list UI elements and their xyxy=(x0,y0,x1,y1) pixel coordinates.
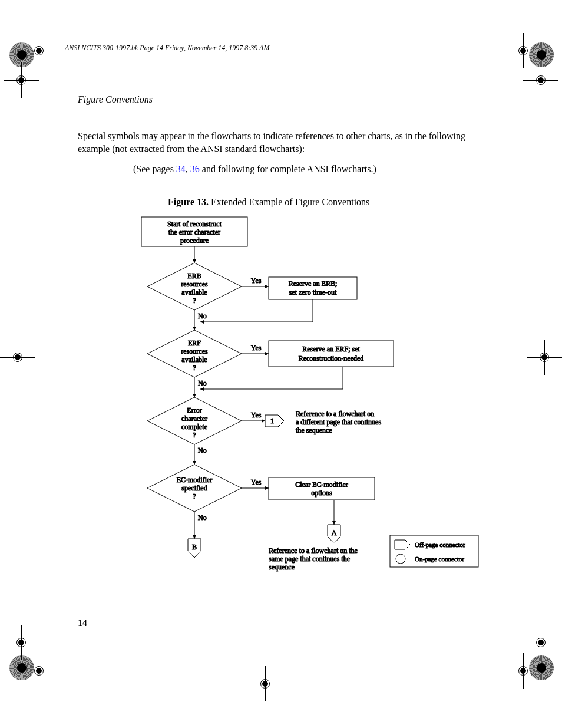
intro-paragraph: Special symbols may appear in the flowch… xyxy=(78,130,483,155)
label-yes: Yes xyxy=(251,478,262,486)
node-start-text-l2: the error character xyxy=(168,228,220,236)
node-d3-l2: character xyxy=(181,414,207,423)
node-d1-l1: ERB xyxy=(187,272,201,280)
node-d4-l2: specified xyxy=(181,484,207,492)
example-note-sep: , xyxy=(186,164,190,174)
header-rule xyxy=(78,111,483,111)
node-p2-l2: Reconstruction-needed xyxy=(299,354,364,363)
label-no: No xyxy=(198,446,207,454)
node-d1-l3: available xyxy=(181,288,207,297)
legend-offpage: Off-page connector xyxy=(415,541,465,548)
figure-caption-text: Extended Example of Figure Conventions xyxy=(211,197,369,207)
print-file-note: ANSI NCITS 300-1997.bk Page 14 Friday, N… xyxy=(65,44,430,52)
registration-mark-icon xyxy=(527,340,562,375)
node-d2-l3: available xyxy=(181,355,207,364)
node-d2-l1: ERF xyxy=(188,339,201,347)
offpage-1-note-l3: the sequence xyxy=(296,426,332,434)
label-no: No xyxy=(198,312,207,320)
node-d1-l4: ? xyxy=(193,297,196,305)
onpage-connector-icon xyxy=(396,554,405,564)
node-start-text-l1: Start of reconstruct xyxy=(167,220,222,228)
figure-caption: Figure 13. Extended Example of Figure Co… xyxy=(168,197,369,207)
offpage-connector-icon xyxy=(395,540,410,549)
example-note-prefix: (See pages xyxy=(133,164,176,174)
onpage-B-label: B xyxy=(192,543,197,551)
registration-mark-icon xyxy=(4,625,39,660)
onpage-A-note-l1: Reference to a flowchart on the xyxy=(269,546,358,555)
figure-caption-label: Figure 13. xyxy=(168,197,209,207)
node-p3-l1: Clear EC-modifier xyxy=(295,480,348,489)
edge xyxy=(200,299,313,322)
label-no: No xyxy=(198,513,207,522)
node-d1-l2: resources xyxy=(181,280,208,288)
offpage-1-note-l2: a different page that continues xyxy=(296,418,381,426)
page-number: 14 xyxy=(78,618,87,628)
example-note-suffix: and following for complete ANSI flowchar… xyxy=(200,164,376,174)
edge xyxy=(200,367,343,389)
legend-onpage: On-page connector xyxy=(415,555,464,562)
label-yes: Yes xyxy=(251,411,262,419)
footer-rule xyxy=(78,617,483,617)
example-note: (See pages 34, 36 and following for comp… xyxy=(133,163,483,176)
registration-mark-icon xyxy=(523,62,558,98)
node-d3-l4: ? xyxy=(193,431,196,439)
offpage-1-note-l1: Reference to a flowchart on xyxy=(296,410,374,418)
node-p3-l2: options xyxy=(311,489,332,497)
registration-mark-icon xyxy=(247,666,283,701)
node-p1-l2: set zero time-out xyxy=(289,288,337,297)
node-p2-l1: Reserve an ERF; set xyxy=(302,345,360,353)
node-d4-l1: EC-modifier xyxy=(177,476,213,484)
onpage-A-note-l3: sequence xyxy=(269,563,295,571)
label-no: No xyxy=(198,379,207,387)
node-d2-l2: resources xyxy=(181,347,208,355)
node-d3-l1: Error xyxy=(187,406,201,414)
label-yes: Yes xyxy=(251,276,262,285)
onpage-A-label: A xyxy=(332,529,337,537)
page-link-36[interactable]: 36 xyxy=(190,164,200,174)
registration-mark-icon xyxy=(4,62,39,98)
flowchart: Start of reconstruct the error character… xyxy=(78,212,483,589)
onpage-A-note-l2: same page that continues the xyxy=(269,555,350,563)
offpage-1-label: 1 xyxy=(270,417,274,425)
node-d4-l3: ? xyxy=(193,492,196,500)
page: Figure Conventions Special symbols may a… xyxy=(0,0,562,728)
label-yes: Yes xyxy=(251,344,262,352)
registration-mark-icon xyxy=(0,340,35,375)
page-header-title: Figure Conventions xyxy=(78,94,153,105)
offpage-connector-icon xyxy=(265,415,284,427)
registration-mark-icon xyxy=(523,625,558,660)
node-d3-l3: complete xyxy=(181,423,207,431)
node-start-text-l3: procedure xyxy=(180,236,209,245)
node-p1-l1: Reserve an ERB; xyxy=(289,279,338,288)
page-link-34[interactable]: 34 xyxy=(176,164,186,174)
node-d2-l4: ? xyxy=(193,364,196,372)
